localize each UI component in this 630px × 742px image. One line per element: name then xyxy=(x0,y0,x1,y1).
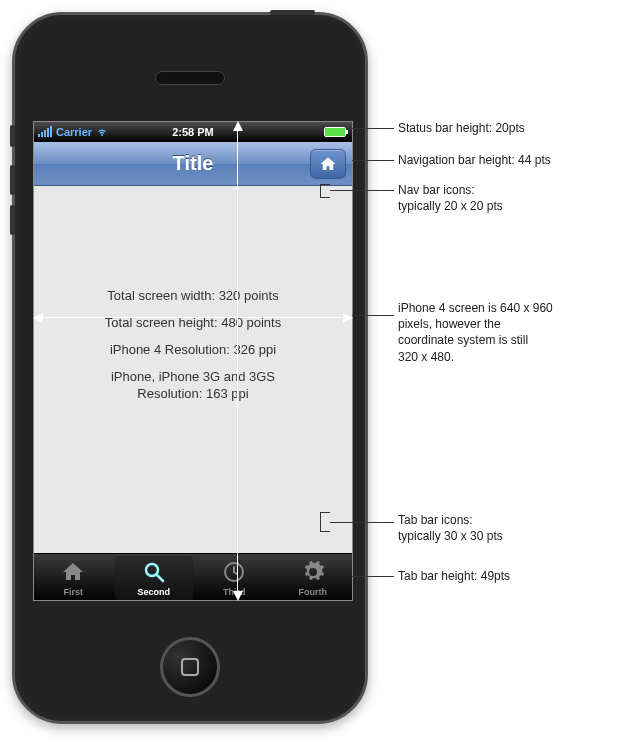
signal-bars-icon xyxy=(38,127,52,137)
iphone-frame: Carrier 2:58 PM Title xyxy=(12,12,368,724)
home-button[interactable] xyxy=(160,637,220,697)
tab-label: First xyxy=(63,587,83,597)
tab-label: Second xyxy=(137,587,170,597)
power-button xyxy=(270,10,315,15)
nav-title: Title xyxy=(173,152,214,175)
leader-line xyxy=(352,160,394,161)
tab-fourth[interactable]: Fourth xyxy=(274,554,353,601)
bracket xyxy=(320,184,330,198)
annotation-nav-icons: Nav bar icons: typically 20 x 20 pts xyxy=(398,182,628,214)
content-resold-line1: iPhone, iPhone 3G and 3GS xyxy=(34,369,352,384)
content-res4-line: iPhone 4 Resolution: 326 ppi xyxy=(34,342,352,357)
status-bar: Carrier 2:58 PM xyxy=(34,122,352,142)
bracket xyxy=(320,512,330,532)
diagram-canvas: Carrier 2:58 PM Title xyxy=(0,0,630,742)
leader-line xyxy=(352,576,394,577)
nav-home-button[interactable] xyxy=(310,149,346,179)
battery-icon xyxy=(324,127,346,137)
screen: Carrier 2:58 PM Title xyxy=(33,121,353,601)
home-icon xyxy=(60,559,86,585)
navigation-bar: Title xyxy=(34,142,352,186)
leader-line xyxy=(352,315,394,316)
status-left: Carrier xyxy=(34,126,108,138)
annotation-tab-icons: Tab bar icons: typically 30 x 30 pts xyxy=(398,512,628,544)
annotation-tab-bar: Tab bar height: 49pts xyxy=(398,568,628,584)
status-right xyxy=(324,127,352,137)
tab-first[interactable]: First xyxy=(34,554,113,601)
annotation-status-bar: Status bar height: 20pts xyxy=(398,120,628,136)
tab-second[interactable]: Second xyxy=(115,556,194,600)
carrier-label: Carrier xyxy=(56,126,92,138)
status-time: 2:58 PM xyxy=(172,126,214,138)
home-icon xyxy=(319,155,337,173)
svg-line-1 xyxy=(157,575,163,581)
content-width-line: Total screen width: 320 points xyxy=(34,288,352,303)
leader-line xyxy=(330,190,394,191)
search-icon xyxy=(141,559,167,585)
volume-down xyxy=(10,205,15,235)
content-resold-line2: Resolution: 163 ppi xyxy=(34,386,352,401)
mute-switch xyxy=(10,125,15,147)
height-dimension-arrow xyxy=(237,123,238,599)
tab-bar: First Second Third xyxy=(34,553,352,601)
width-dimension-arrow xyxy=(35,317,351,318)
gear-icon xyxy=(300,559,326,585)
leader-line xyxy=(352,128,394,129)
wifi-icon xyxy=(96,126,108,138)
volume-up xyxy=(10,165,15,195)
content-area: Total screen width: 320 points Total scr… xyxy=(34,186,352,553)
home-button-square-icon xyxy=(181,658,199,676)
clock-icon xyxy=(221,559,247,585)
annotation-screen-note: iPhone 4 screen is 640 x 960 pixels, how… xyxy=(398,300,628,365)
earpiece xyxy=(155,71,225,85)
annotation-nav-bar: Navigation bar height: 44 pts xyxy=(398,152,628,168)
tab-label: Fourth xyxy=(299,587,328,597)
leader-line xyxy=(330,522,394,523)
